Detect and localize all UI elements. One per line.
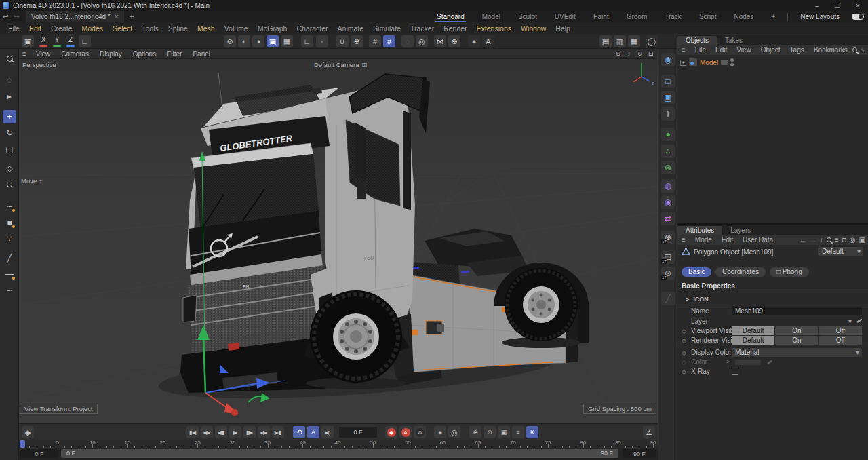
quantize-icon[interactable]: ◌ [401,35,414,47]
tab-takes[interactable]: Takes [717,36,751,45]
viewport-menu-view[interactable]: View [31,50,56,58]
objects-menu-view[interactable]: View [732,46,756,54]
prev-key-button[interactable]: ◀● [201,426,213,438]
plane-primitive-icon[interactable]: □ [661,75,675,88]
next-key-button[interactable]: ●▶ [258,426,270,438]
points-mode-icon[interactable]: ⊙ [224,35,236,47]
icon-group-header[interactable]: >ICON [686,296,709,303]
menu-tracker[interactable]: Tracker [406,24,439,33]
menu-edit[interactable]: Edit [24,24,46,33]
selection-filter-tool[interactable]: ▸ [3,90,16,103]
record-pla-icon[interactable]: ≡ [512,426,524,438]
minimize-button[interactable]: – [807,0,827,11]
next-frame-button[interactable]: ▮▶ [243,426,256,438]
objects-menu-bookmarks[interactable]: Bookmarks [809,46,852,54]
lock-icon[interactable]: ◘ [842,236,846,244]
viewport-visibility-on[interactable]: On [775,326,818,335]
camera-object-icon[interactable]: ▤17 [661,250,675,264]
object-tree-row[interactable]: + Model [680,58,734,67]
menu-animate[interactable]: Animate [333,24,369,33]
undo-icon[interactable]: ↩ [0,12,11,21]
polygon-pen-tool[interactable]: ■ [3,216,16,229]
menu-file[interactable]: File [3,24,24,33]
timeline-ruler[interactable]: 051015202530354045505560657075808590 [19,440,658,448]
range-end-field[interactable]: 90 F [623,449,656,458]
viewport-search-icon[interactable] [3,52,16,65]
menu-spline[interactable]: Spline [163,24,193,33]
close-tab-icon[interactable]: × [115,13,119,20]
graph-mode-button[interactable]: ∠ [643,426,655,438]
menu-modes[interactable]: Modes [77,24,108,33]
attr-expand-icon[interactable]: ▣ [859,236,865,244]
axis-lock-y[interactable]: Y [52,36,62,47]
zoom-view-icon[interactable]: ↕ [625,50,633,57]
viewport-visibility-default[interactable]: Default [732,326,774,335]
layout-tab-groom[interactable]: Groom [618,12,656,22]
target-icon[interactable]: ◎ [850,236,856,244]
viewport-3d[interactable]: 750 GLOBETROTTER [19,58,658,423]
current-frame-field[interactable]: 0 F [339,427,377,438]
record-scale-icon[interactable]: ▣ [498,426,510,438]
material-icon[interactable]: ◯ [646,35,658,47]
edit-render-icon[interactable]: ╱ [661,292,675,305]
objects-menu-tags[interactable]: Tags [785,46,809,54]
attributes-hamburger-icon[interactable]: ≡ [682,236,686,244]
viewport-menu-cameras[interactable]: Cameras [56,50,94,58]
goto-end-button[interactable]: ▶▮ [272,426,284,438]
deformer-icon[interactable]: ⇄ [661,212,675,225]
renderer-visibility-default[interactable]: Default [732,336,774,345]
visibility-dots[interactable] [730,58,734,66]
live-selection-tool[interactable]: ◌ [3,73,16,87]
move-tool[interactable]: + [3,110,16,123]
keyframe-settings-button[interactable]: ⊛ [414,426,426,438]
coordinate-system-icon[interactable]: ∟ [79,35,91,47]
field-object-icon[interactable]: ◍ [661,179,675,193]
knife-tool[interactable]: ╱ [3,251,16,265]
multi-move-tool[interactable]: ∷ [3,178,16,191]
search-icon[interactable] [852,47,857,52]
renderer-visibility-off[interactable]: Off [819,336,862,345]
toggle-view-icon[interactable]: ⊡ [646,50,655,57]
anim-diamond[interactable]: ◇ [682,349,686,356]
attributes-menu-user-data[interactable]: User Data [738,236,778,244]
symmetry-icon[interactable]: ⋈ [434,35,446,47]
subdivision-surface-icon[interactable]: ● [661,128,675,141]
layout-tab-model[interactable]: Model [474,12,509,22]
expand-icon[interactable]: + [680,60,686,66]
light-object-icon[interactable]: ⊙17 [661,267,675,280]
layout-toggle[interactable] [852,14,864,20]
record-keyframe-button[interactable]: ◆ [385,426,397,438]
prev-frame-button[interactable]: ◀▮ [215,426,227,438]
record-position-icon[interactable]: ⊕ [469,426,481,438]
object-mode-icon[interactable]: ▦ [281,35,293,47]
modeling-settings-icon[interactable]: ● [468,35,480,47]
point-tools[interactable]: ∵ [3,232,16,246]
objects-menu-file[interactable]: File [690,46,711,54]
menu-help[interactable]: Help [551,24,575,33]
anim-diamond[interactable]: ◇ [682,337,686,344]
menu-mesh[interactable]: Mesh [193,24,220,33]
viewport-menu-panel[interactable]: Panel [187,50,216,58]
cube-primitive-icon[interactable]: ▣ [661,91,675,104]
model-mode-icon[interactable]: ▣ [267,35,279,47]
loop-playback-button[interactable]: ⟲ [293,426,305,438]
section-tab-basic[interactable]: Basic [682,267,711,277]
objects-menu-object[interactable]: Object [756,46,785,54]
name-field[interactable]: Mesh109 [732,307,862,315]
tab-attributes[interactable]: Attributes [677,226,722,235]
menu-render[interactable]: Render [439,24,471,33]
snap-off-icon[interactable]: # [369,35,381,47]
viewport-menu-filter[interactable]: Filter [161,50,187,58]
viewport-visibility-off[interactable]: Off [819,326,862,335]
new-layouts-button[interactable]: New Layouts [792,12,848,22]
snap-on-icon[interactable]: # [383,35,395,47]
axis-modify-icon[interactable]: ⊕ [351,35,363,47]
sound-button[interactable]: ◀) [321,426,334,438]
spline-corner-icon[interactable]: ◉ [661,195,675,209]
axis-move-tool[interactable]: ◇ [3,161,16,175]
metaball-icon[interactable]: ∴ [661,145,675,158]
play-button[interactable]: ▶ [229,426,241,438]
tab-layers[interactable]: Layers [722,226,759,235]
axis-lock-z[interactable]: Z [65,36,76,47]
attributes-menu-edit[interactable]: Edit [717,236,738,244]
